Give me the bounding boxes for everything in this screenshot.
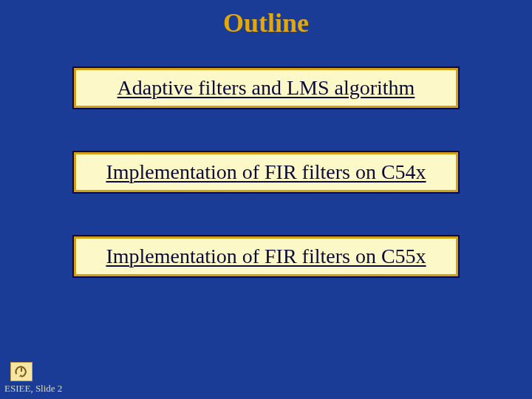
outline-item-3[interactable]: Implementation of FIR filters on C55x <box>74 236 458 276</box>
outline-item-2[interactable]: Implementation of FIR filters on C54x <box>74 152 458 192</box>
slide-footer: ESIEE, Slide 2 <box>4 362 62 395</box>
page-title: Outline <box>0 0 532 38</box>
slide-number-label: ESIEE, Slide 2 <box>4 383 62 395</box>
outline-item-label: Implementation of FIR filters on C54x <box>106 160 426 183</box>
outline-item-1[interactable]: Adaptive filters and LMS algorithm <box>74 68 458 108</box>
outline-item-label: Adaptive filters and LMS algorithm <box>117 76 415 99</box>
outline-item-label: Implementation of FIR filters on C55x <box>106 245 426 267</box>
outline-list: Adaptive filters and LMS algorithm Imple… <box>0 68 532 276</box>
return-icon[interactable] <box>10 362 33 381</box>
